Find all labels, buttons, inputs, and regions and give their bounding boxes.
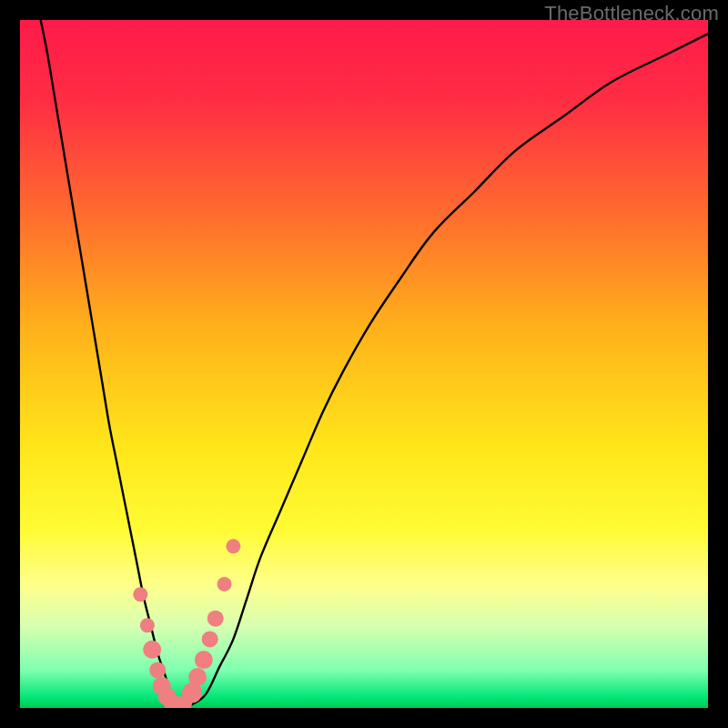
data-marker — [188, 668, 207, 686]
plot-area — [20, 20, 708, 708]
data-marker — [217, 577, 232, 592]
outer-frame: TheBottleneck.com — [0, 0, 728, 728]
watermark-text: TheBottleneck.com — [544, 2, 719, 25]
data-marker — [195, 651, 213, 669]
data-marker — [202, 631, 218, 647]
data-marker — [143, 641, 161, 659]
data-marker — [226, 539, 240, 553]
data-marker — [149, 662, 166, 678]
data-marker — [140, 618, 155, 632]
chart-svg — [20, 20, 708, 708]
data-marker — [133, 587, 147, 602]
data-marker — [207, 611, 224, 627]
gradient-bg — [20, 20, 708, 708]
